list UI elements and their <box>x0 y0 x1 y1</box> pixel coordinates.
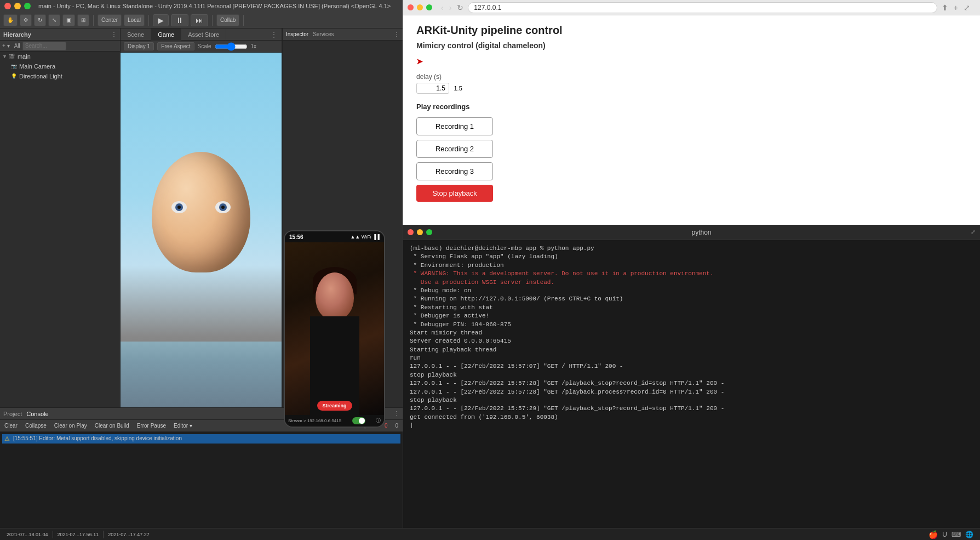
scale-label: Scale <box>198 43 211 49</box>
console-menu-icon[interactable]: ⋮ <box>393 410 399 417</box>
scale-slider[interactable] <box>215 43 248 50</box>
terminal-expand-icon[interactable]: ⤢ <box>971 229 976 236</box>
browser-maximize-button[interactable] <box>426 4 432 10</box>
scene-panel: Scene Game Asset Store ⋮ Display 1 Free … <box>121 29 282 407</box>
terminal-line: * Environment: production <box>410 262 973 270</box>
tab-inspector[interactable]: Inspector <box>286 31 308 37</box>
dock-browser-icon[interactable]: 🌐 <box>965 531 973 538</box>
eye-right <box>215 201 231 213</box>
hand-tool-button[interactable]: ✋ <box>3 14 18 26</box>
move-tool-button[interactable]: ✥ <box>20 14 32 26</box>
inspector-tabs: Inspector Services <box>286 31 334 37</box>
terminal-minimize-button[interactable] <box>417 229 423 235</box>
tab-asset-store[interactable]: Asset Store <box>181 29 226 41</box>
rect-tool-button[interactable]: ▣ <box>62 14 75 26</box>
warning-icon: ⚠ <box>4 435 10 442</box>
tab-services[interactable]: Services <box>313 31 334 37</box>
add-tab-button[interactable]: + <box>953 3 959 12</box>
console-entry[interactable]: ⚠ [15:55:51] Editor: Metal support disab… <box>2 434 400 444</box>
dock-terminal-icon[interactable]: ⌨ <box>952 531 961 538</box>
maximize-button[interactable] <box>24 3 31 9</box>
expand-button[interactable]: ⤢ <box>962 3 971 12</box>
hierarchy-camera-label: Main Camera <box>19 63 55 70</box>
step-button[interactable]: ⏭ <box>191 14 208 26</box>
tab-project[interactable]: Project <box>3 411 22 417</box>
clear-on-play-button[interactable]: Clear on Play <box>52 423 89 429</box>
macos-dock: 2021-07...18.01.04 2021-07...17.56.11 20… <box>0 528 980 540</box>
hierarchy-item-light[interactable]: 💡 Directional Light <box>8 71 120 81</box>
stream-address: Stream > 192.168.0.6:5415 <box>288 418 341 423</box>
browser-close-button[interactable] <box>408 4 414 10</box>
forward-button[interactable]: › <box>448 3 453 12</box>
scale-value: 1x <box>251 43 257 49</box>
close-button[interactable] <box>4 3 11 9</box>
editor-label: Editor ▾ <box>171 423 194 429</box>
delay-input[interactable] <box>416 83 449 94</box>
terminal-line: * WARNING: This is a development server.… <box>410 270 973 278</box>
arrow-icon: ➤ <box>416 57 423 66</box>
info-icon[interactable]: ⓘ <box>376 417 381 424</box>
share-button[interactable]: ⬆ <box>941 3 949 12</box>
tab-console[interactable]: Console <box>26 411 48 417</box>
scene-viewport <box>121 53 282 407</box>
collapse-button[interactable]: Collapse <box>23 423 49 429</box>
timestamp-1: 2021-07...18.01.04 <box>7 532 48 537</box>
tab-game[interactable]: Game <box>151 29 181 41</box>
recording3-button[interactable]: Recording 3 <box>416 162 493 180</box>
back-button[interactable]: ‹ <box>440 3 445 12</box>
inspector-menu-icon[interactable]: ⋮ <box>394 31 399 37</box>
pupil-right <box>219 203 227 211</box>
play-recordings-title: Play recordings <box>416 103 967 111</box>
terminal-close-button[interactable] <box>408 229 414 235</box>
hierarchy-header: Hierarchy ⋮ <box>0 29 120 41</box>
hierarchy-menu-icon[interactable]: ⋮ <box>111 31 117 37</box>
inspector-header: Inspector Services ⋮ <box>283 29 403 41</box>
phone-footer: Stream > 192.168.0.6:5415 ⓘ <box>285 415 384 427</box>
minimize-button[interactable] <box>14 3 21 9</box>
dock-unity-icon[interactable]: U <box>942 531 947 538</box>
create-button[interactable]: + ▾ <box>2 43 10 49</box>
error-pause-button[interactable]: Error Pause <box>135 423 168 429</box>
hierarchy-item-main[interactable]: ▼ 🎬 main <box>0 52 120 61</box>
aspect-select[interactable]: Free Aspect <box>157 42 194 50</box>
toggle-switch[interactable] <box>352 417 365 424</box>
local-toggle[interactable]: Local <box>124 14 145 26</box>
ground-plane <box>121 342 282 407</box>
clear-on-build-button[interactable]: Clear on Build <box>93 423 131 429</box>
transform-tool-button[interactable]: ⊞ <box>77 14 89 26</box>
rotate-tool-button[interactable]: ↻ <box>34 14 46 26</box>
scene-icon: 🎬 <box>8 53 16 60</box>
inner-pupil-left <box>177 206 181 209</box>
reload-button[interactable]: ↻ <box>456 3 465 12</box>
url-input[interactable] <box>468 2 937 13</box>
phone-status-icons: ▲▲ WiFi ▐▐ <box>350 234 380 240</box>
terminal-maximize-button[interactable] <box>426 229 432 235</box>
terminal-content[interactable]: (ml-base) deichler@deichler-mbp app % py… <box>403 240 980 540</box>
hierarchy-item-camera[interactable]: 📷 Main Camera <box>8 61 120 71</box>
browser-urlbar: ‹ › ↻ ⬆ + ⤢ <box>440 2 971 13</box>
browser-minimize-button[interactable] <box>417 4 423 10</box>
recording1-button[interactable]: Recording 1 <box>416 117 493 135</box>
display-select[interactable]: Display 1 <box>124 42 154 50</box>
play-button[interactable]: ▶ <box>153 14 169 26</box>
clear-button[interactable]: Clear <box>2 423 20 429</box>
center-toggle[interactable]: Center <box>98 14 122 26</box>
scale-tool-button[interactable]: ⤡ <box>48 14 60 26</box>
recording2-button[interactable]: Recording 2 <box>416 140 493 158</box>
dock-app-icon[interactable]: 🍎 <box>929 530 938 539</box>
terminal-line: | <box>410 422 973 430</box>
separator <box>212 15 213 26</box>
pause-button[interactable]: ⏸ <box>171 14 188 26</box>
light-icon: 💡 <box>10 72 18 80</box>
stop-playback-button[interactable]: Stop playback <box>416 185 493 202</box>
collab-button[interactable]: Collab <box>216 14 239 26</box>
tab-scene[interactable]: Scene <box>121 29 151 41</box>
face <box>316 272 354 319</box>
editor-dropdown[interactable]: Editor ▾ <box>171 423 194 429</box>
arrow-indicator-row: ➤ <box>416 56 967 66</box>
browser-page-subtitle: Mimicry control (digital chameleon) <box>416 41 967 50</box>
hierarchy-search-input[interactable] <box>22 42 66 50</box>
scene-menu-icon[interactable]: ⋮ <box>266 31 282 38</box>
streaming-badge: Streaming <box>317 401 352 411</box>
timestamp-3: 2021-07...17.47.27 <box>108 532 150 537</box>
